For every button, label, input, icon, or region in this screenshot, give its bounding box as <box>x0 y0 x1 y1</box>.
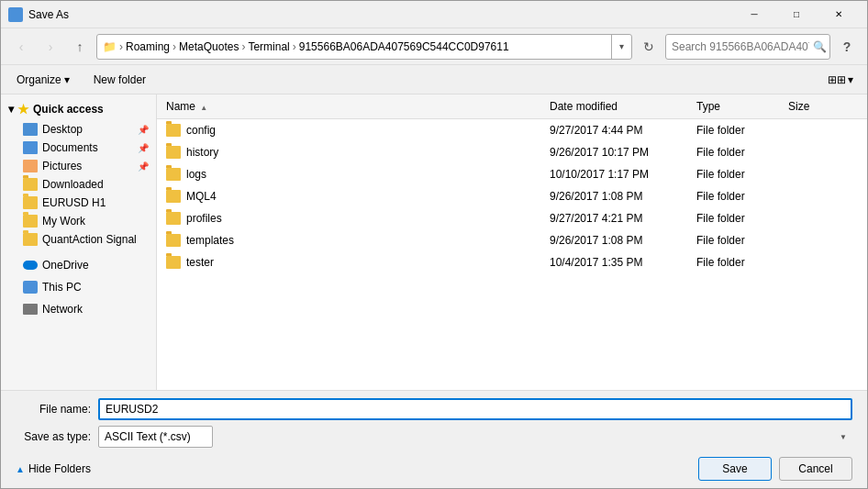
organize-button[interactable]: Organize ▾ <box>8 68 78 92</box>
back-button[interactable]: ‹ <box>8 34 34 60</box>
up-button[interactable]: ↑ <box>67 34 93 60</box>
view-options: ⊞⊞ ▾ <box>821 68 860 92</box>
column-header-date[interactable]: Date modified <box>548 96 695 117</box>
file-date: 9/27/2017 4:44 PM <box>548 121 695 139</box>
file-type: File folder <box>695 253 786 272</box>
search-input[interactable] <box>672 40 809 53</box>
quantaction-folder-icon <box>23 233 38 246</box>
savetype-row: Save as type: ASCII Text (*.csv) <box>16 426 852 448</box>
file-date: 10/10/2017 1:17 PM <box>548 165 695 183</box>
quick-access-label: Quick access <box>33 103 104 116</box>
main-content: Name ▲ Date modified Type Size config <box>157 94 867 390</box>
minimize-button[interactable]: ─ <box>733 1 775 28</box>
filename-label: File name: <box>16 403 98 416</box>
folder-icon <box>166 234 181 247</box>
file-date: 9/26/2017 10:17 PM <box>548 143 695 161</box>
breadcrumb-roaming[interactable]: Roaming <box>126 40 170 53</box>
sidebar-downloaded-label: Downloaded <box>42 178 104 191</box>
hide-folders-label[interactable]: Hide Folders <box>28 462 91 475</box>
folder-icon <box>166 168 181 181</box>
sidebar-item-documents[interactable]: Documents 📌 <box>1 139 156 157</box>
address-bar[interactable]: 📁 › Roaming › MetaQuotes › Terminal › 91… <box>96 34 632 60</box>
sidebar-onedrive-label: OneDrive <box>42 259 89 272</box>
file-type: File folder <box>695 121 786 139</box>
search-icon: 🔍 <box>813 40 827 53</box>
table-row[interactable]: tester 10/4/2017 1:35 PM File folder <box>157 251 867 273</box>
view-arrow-icon: ▾ <box>848 73 853 86</box>
sidebar-quantaction-label: QuantAction Signal <box>42 233 137 246</box>
view-button[interactable]: ⊞⊞ ▾ <box>821 68 860 92</box>
sidebar-item-mywork[interactable]: My Work <box>1 212 156 230</box>
sidebar-item-desktop[interactable]: Desktop 📌 <box>1 120 156 139</box>
table-row[interactable]: templates 9/26/2017 1:08 PM File folder <box>157 229 867 251</box>
column-header-name[interactable]: Name ▲ <box>164 96 548 117</box>
breadcrumb-guid[interactable]: 915566BA06ADA407569C544CC0D97611 <box>299 40 509 53</box>
maximize-button[interactable]: □ <box>775 1 818 28</box>
onedrive-icon <box>23 261 38 270</box>
address-dropdown[interactable]: ▾ <box>611 35 631 59</box>
help-button[interactable]: ? <box>834 34 860 60</box>
network-icon <box>23 304 38 315</box>
second-toolbar: Organize ▾ New folder ⊞⊞ ▾ <box>1 65 867 94</box>
sidebar-item-network[interactable]: Network <box>1 300 156 318</box>
eurusd-folder-icon <box>23 196 38 209</box>
view-grid-icon: ⊞⊞ <box>828 73 846 86</box>
file-size <box>786 238 860 243</box>
sidebar-item-downloaded[interactable]: Downloaded <box>1 175 156 194</box>
close-button[interactable]: ✕ <box>818 1 860 28</box>
sidebar-section-quick-access[interactable]: ▾ ★ Quick access <box>1 98 156 120</box>
window-controls: ─ □ ✕ <box>733 1 860 28</box>
collapse-icon: ▾ <box>8 103 14 116</box>
file-date: 9/26/2017 1:08 PM <box>548 231 695 250</box>
table-row[interactable]: MQL4 9/26/2017 1:08 PM File folder <box>157 185 867 207</box>
sort-arrow-icon: ▲ <box>200 104 207 112</box>
pictures-icon <box>23 160 38 172</box>
savetype-label: Save as type: <box>16 430 98 443</box>
file-type: File folder <box>695 143 786 161</box>
mywork-folder-icon <box>23 215 38 228</box>
window-title: Save As <box>28 8 733 21</box>
sidebar-item-pictures[interactable]: Pictures 📌 <box>1 157 156 175</box>
organize-label: Organize <box>17 73 61 86</box>
content-area: ▾ ★ Quick access Desktop 📌 Documents 📌 P… <box>1 94 867 390</box>
sidebar-item-onedrive[interactable]: OneDrive <box>1 256 156 274</box>
table-row[interactable]: history 9/26/2017 10:17 PM File folder <box>157 141 867 163</box>
button-row: Save Cancel <box>698 457 852 481</box>
organize-arrow-icon: ▾ <box>64 73 70 86</box>
forward-button[interactable]: › <box>38 34 63 60</box>
folder-icon <box>166 124 181 137</box>
pin-icon: 📌 <box>138 125 149 135</box>
breadcrumb-metaquotes[interactable]: MetaQuotes <box>179 40 239 53</box>
sidebar-eurusd-label: EURUSD H1 <box>42 196 106 209</box>
sidebar-mywork-label: My Work <box>42 215 85 228</box>
file-name: profiles <box>186 212 222 225</box>
file-size <box>786 128 860 133</box>
table-row[interactable]: profiles 9/27/2017 4:21 PM File folder <box>157 207 867 229</box>
file-name: config <box>186 124 216 137</box>
file-rows-container: config 9/27/2017 4:44 PM File folder his… <box>157 119 867 273</box>
cancel-button[interactable]: Cancel <box>779 457 852 481</box>
savetype-select[interactable]: ASCII Text (*.csv) <box>98 426 213 448</box>
table-row[interactable]: logs 10/10/2017 1:17 PM File folder <box>157 163 867 185</box>
file-name: logs <box>186 168 206 181</box>
file-name: templates <box>186 234 234 247</box>
table-row[interactable]: config 9/27/2017 4:44 PM File folder <box>157 119 867 141</box>
collapse-arrow-icon: ▲ <box>16 464 25 474</box>
file-date: 9/26/2017 1:08 PM <box>548 187 695 206</box>
filename-input[interactable] <box>98 398 852 420</box>
breadcrumb-terminal[interactable]: Terminal <box>248 40 289 53</box>
search-box[interactable]: 🔍 <box>665 34 830 60</box>
sidebar-item-thispc[interactable]: This PC <box>1 278 156 296</box>
bottom-bar: File name: Save as type: ASCII Text (*.c… <box>1 390 867 488</box>
sidebar-item-eurusd[interactable]: EURUSD H1 <box>1 194 156 212</box>
folder-icon <box>166 256 181 269</box>
window-icon <box>8 7 23 22</box>
save-button[interactable]: Save <box>698 457 772 481</box>
refresh-button[interactable]: ↻ <box>636 34 662 60</box>
new-folder-button[interactable]: New folder <box>85 68 154 92</box>
column-header-size[interactable]: Size <box>786 96 860 117</box>
hide-folders-bar[interactable]: ▲ Hide Folders <box>16 459 91 475</box>
sidebar-item-quantaction[interactable]: QuantAction Signal <box>1 230 156 249</box>
column-header-type[interactable]: Type <box>695 96 786 117</box>
sidebar-pictures-label: Pictures <box>42 160 82 172</box>
